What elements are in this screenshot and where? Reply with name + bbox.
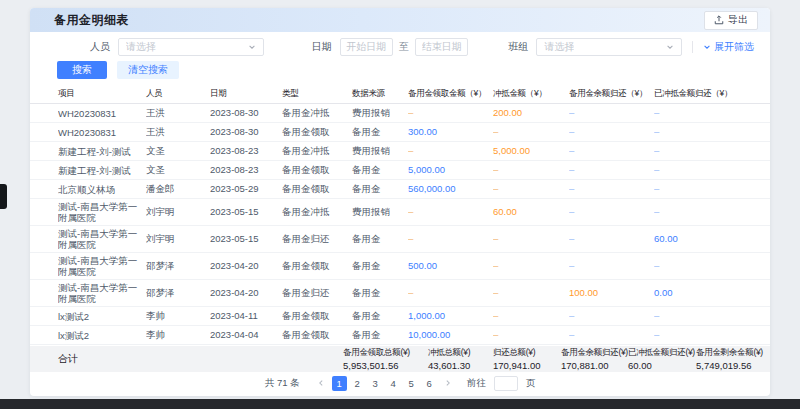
page-button[interactable]: 5 [404, 376, 419, 391]
pagination-total: 共 71 条 [265, 377, 300, 390]
export-icon [714, 15, 724, 25]
cell-recv: 10,000.00 [408, 326, 493, 344]
cell-balret: – [569, 230, 654, 248]
cell-type: 备用金冲抵 [282, 104, 352, 122]
expand-filters-button[interactable]: 展开筛选 [703, 40, 754, 54]
cell-type: 备用金领取 [282, 326, 352, 344]
cell-source: 备用金 [352, 326, 408, 344]
summary-item: 备用金余额归还(¥)170,881.00 [561, 347, 628, 371]
export-button[interactable]: 导出 [704, 11, 758, 30]
date-start-placeholder: 开始日期 [346, 40, 386, 54]
cell-person: 王洪 [146, 104, 210, 122]
cell-balret: – [569, 142, 654, 160]
date-end-input[interactable]: 结束日期 [415, 38, 468, 56]
column-header: 日期 [210, 88, 282, 100]
action-bar: 搜索 清空搜索 [57, 61, 746, 79]
cell-recv: 500.00 [408, 257, 493, 275]
cell-person: 李帅 [146, 326, 210, 344]
table-row[interactable]: 北京顺义林场潘金郎2023-05-29备用金领取备用金560,000.00––– [30, 180, 770, 199]
cell-offret: – [654, 123, 750, 141]
cell-balret: – [569, 326, 654, 344]
cell-offret: – [654, 307, 750, 325]
person-select[interactable]: 请选择 [118, 38, 264, 56]
page-button[interactable]: 3 [368, 376, 383, 391]
cell-date: 2023-05-15 [210, 203, 282, 221]
cell-project: 测试-南昌大学第一附属医院 [58, 280, 146, 306]
next-page-button[interactable] [441, 376, 455, 391]
cell-recv: – [408, 284, 493, 302]
page-button[interactable]: 2 [350, 376, 365, 391]
cell-type: 备用金归还 [282, 230, 352, 248]
cell-source: 备用金 [352, 230, 408, 248]
date-start-input[interactable]: 开始日期 [340, 38, 393, 56]
cell-source: 备用金 [352, 180, 408, 198]
chevron-down-icon [703, 43, 711, 51]
page-button[interactable]: 1 [332, 376, 347, 391]
goto-suffix-label: 页 [526, 377, 536, 390]
summary-item: 归还总额(¥)170,941.00 [493, 347, 561, 371]
cell-offret: – [654, 161, 750, 179]
table-row[interactable]: lx测试2李帅2023-04-11备用金领取备用金1,000.00––– [30, 307, 770, 326]
cell-project: 测试-南昌大学第一附属医院 [58, 226, 146, 252]
table-row[interactable]: WH20230831王洪2023-08-30备用金冲抵费用报销–200.00–– [30, 104, 770, 123]
chevron-down-icon [666, 43, 674, 51]
cell-type: 备用金领取 [282, 161, 352, 179]
cell-project: WH20230831 [58, 106, 146, 121]
cell-offret: – [654, 180, 750, 198]
table-row[interactable]: lx测试2李帅2023-04-04备用金领取备用金10,000.00––– [30, 326, 770, 345]
search-button[interactable]: 搜索 [57, 61, 107, 79]
bottom-bar [0, 399, 800, 409]
column-header: 备用金领取金额（¥） [408, 88, 493, 100]
cell-person: 潘金郎 [146, 180, 210, 198]
title-bar: 备用金明细表 导出 [30, 8, 770, 32]
cell-balret: – [569, 180, 654, 198]
prev-page-button[interactable] [314, 376, 328, 391]
cell-type: 备用金领取 [282, 307, 352, 325]
clear-search-button[interactable]: 清空搜索 [117, 61, 179, 79]
cell-date: 2023-08-30 [210, 123, 282, 141]
table-row[interactable]: 新建工程-刘-测试文圣2023-08-23备用金冲抵费用报销–5,000.00–… [30, 142, 770, 161]
cell-person: 李帅 [146, 307, 210, 325]
export-label: 导出 [728, 13, 748, 27]
table-row[interactable]: 测试-南昌大学第一附属医院刘宇明2023-05-15备用金冲抵费用报销–60.0… [30, 199, 770, 226]
cell-offset: 5,000.00 [493, 142, 569, 160]
cell-person: 邵梦泽 [146, 284, 210, 302]
cell-recv: – [408, 104, 493, 122]
cell-date: 2023-04-20 [210, 257, 282, 275]
cell-source: 费用报销 [352, 142, 408, 160]
cell-balret: 100.00 [569, 284, 654, 302]
goto-page-input[interactable] [494, 376, 518, 391]
cell-date: 2023-08-23 [210, 161, 282, 179]
table-row[interactable]: 测试-南昌大学第一附属医院邵梦泽2023-04-20备用金领取备用金500.00… [30, 253, 770, 280]
team-select[interactable]: 请选择 [536, 38, 682, 56]
cell-person: 刘宇明 [146, 230, 210, 248]
table-row[interactable]: 新建工程-刘-测试文圣2023-08-23备用金领取备用金5,000.00––– [30, 161, 770, 180]
cell-offset: – [493, 284, 569, 302]
cell-project: 新建工程-刘-测试 [58, 163, 146, 178]
column-header: 已冲抵金额归还（¥） [654, 88, 750, 100]
cell-offret: – [654, 142, 750, 160]
cell-offset: – [493, 161, 569, 179]
page-button[interactable]: 4 [386, 376, 401, 391]
summary-items: 备用金领取总额(¥)5,953,501.56冲抵总额(¥)43,601.30归还… [343, 347, 763, 371]
page-button[interactable]: 6 [422, 376, 437, 391]
table-row[interactable]: 测试-南昌大学第一附属医院邵梦泽2023-04-20备用金归还备用金––100.… [30, 280, 770, 307]
cell-date: 2023-04-11 [210, 307, 282, 325]
cell-source: 费用报销 [352, 203, 408, 221]
cell-balret: – [569, 307, 654, 325]
cell-recv: 560,000.00 [408, 180, 493, 198]
summary-item: 备用金领取总额(¥)5,953,501.56 [343, 347, 428, 371]
cell-type: 备用金领取 [282, 180, 352, 198]
cell-balret: – [569, 257, 654, 275]
date-range-separator: 至 [399, 40, 409, 54]
cell-offset: – [493, 123, 569, 141]
column-header: 人员 [146, 88, 210, 100]
cell-date: 2023-05-15 [210, 230, 282, 248]
table-row[interactable]: 测试-南昌大学第一附属医院刘宇明2023-05-15备用金归还备用金–––60.… [30, 226, 770, 253]
side-drawer-handle[interactable] [0, 184, 7, 209]
cell-project: 测试-南昌大学第一附属医院 [58, 199, 146, 225]
cell-offset: – [493, 257, 569, 275]
cell-person: 文圣 [146, 142, 210, 160]
team-filter-label: 班组 [508, 40, 528, 54]
table-row[interactable]: WH20230831王洪2023-08-30备用金领取备用金300.00––– [30, 123, 770, 142]
